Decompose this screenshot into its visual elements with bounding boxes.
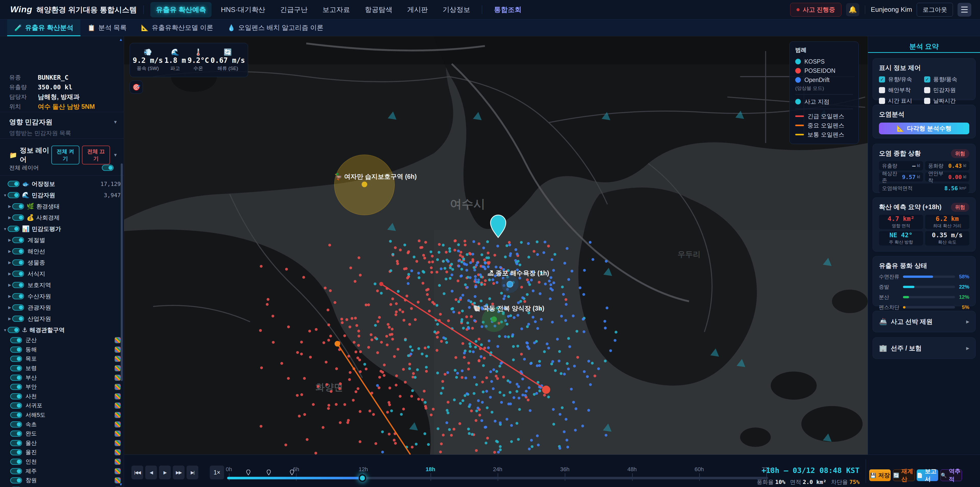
menu-button[interactable] bbox=[958, 3, 971, 17]
layer-toggle[interactable] bbox=[8, 181, 19, 187]
region-color-swatch[interactable] bbox=[115, 356, 121, 362]
layer-toggle[interactable] bbox=[12, 248, 24, 254]
region-color-swatch[interactable] bbox=[115, 375, 121, 381]
layer-toggle[interactable] bbox=[12, 304, 24, 311]
저장-button[interactable]: 💾저장 bbox=[869, 469, 891, 481]
logout-button[interactable]: 로그아웃 bbox=[917, 3, 953, 17]
region-toggle[interactable] bbox=[10, 375, 22, 381]
caret-right-icon[interactable]: ▶ bbox=[7, 305, 12, 310]
region-toggle[interactable] bbox=[10, 365, 22, 371]
caret-right-icon[interactable]: ▶ bbox=[7, 283, 12, 287]
caret-right-icon[interactable]: ▶ bbox=[7, 249, 12, 254]
skip-start-button[interactable]: |◀◀ bbox=[131, 466, 143, 479]
caret-down-icon[interactable]: ▼ bbox=[3, 328, 8, 332]
layer-toggle[interactable] bbox=[8, 327, 19, 333]
timeline-handle[interactable] bbox=[359, 474, 366, 482]
timeline-track[interactable] bbox=[227, 477, 768, 479]
region-color-swatch[interactable] bbox=[115, 337, 121, 343]
subtab-2[interactable]: 📋분석 목록 bbox=[80, 19, 134, 36]
all-layers-toggle[interactable] bbox=[102, 165, 114, 171]
region-color-swatch[interactable] bbox=[115, 449, 121, 455]
region-color-swatch[interactable] bbox=[115, 402, 121, 409]
caret-right-icon[interactable]: ▶ bbox=[7, 238, 12, 242]
all-layers-on-button[interactable]: 전체 켜기 bbox=[51, 145, 80, 164]
caret-right-icon[interactable]: ▶ bbox=[7, 271, 12, 276]
region-color-swatch[interactable] bbox=[115, 431, 121, 437]
nav-item-4[interactable]: 보고자료 bbox=[317, 2, 355, 18]
region-color-swatch[interactable] bbox=[115, 440, 121, 446]
nav-item-2[interactable]: HNS·대기확산 bbox=[215, 2, 271, 18]
region-toggle[interactable] bbox=[10, 449, 22, 455]
layer-toggle[interactable] bbox=[12, 282, 24, 288]
subtab-4[interactable]: 💧오일펜스 배치 알고리즘 이론 bbox=[221, 19, 331, 36]
region-toggle[interactable] bbox=[10, 440, 22, 446]
scroll-down-icon[interactable]: ▼ bbox=[119, 482, 123, 487]
nav-item-8[interactable]: 통합조회 bbox=[488, 2, 527, 18]
fold-card-선주 / 보험[interactable]: 🏢선주 / 보험▶ bbox=[873, 337, 976, 359]
region-toggle[interactable] bbox=[10, 356, 22, 362]
region-toggle[interactable] bbox=[10, 431, 22, 437]
checkbox-날짜시간[interactable]: 날짜시간 bbox=[924, 97, 969, 105]
caret-right-icon[interactable]: ▶ bbox=[7, 294, 12, 299]
caret-right-icon[interactable]: ▶ bbox=[7, 204, 12, 209]
playback-speed-button[interactable]: 1× bbox=[210, 466, 224, 479]
checkbox-해안부착[interactable]: 해안부착 bbox=[879, 86, 924, 94]
layer-toggle[interactable] bbox=[8, 226, 19, 232]
역추적-button[interactable]: 🔍역추적 bbox=[940, 469, 962, 481]
step-back-button[interactable]: ◀ bbox=[145, 466, 157, 479]
region-toggle[interactable] bbox=[10, 346, 22, 353]
region-color-swatch[interactable] bbox=[115, 412, 121, 418]
caret-right-icon[interactable]: ▶ bbox=[7, 260, 12, 265]
sidebar-scrollbar[interactable] bbox=[121, 163, 123, 381]
checkbox-민감자원[interactable]: 민감자원 bbox=[924, 86, 969, 94]
region-toggle[interactable] bbox=[10, 384, 22, 390]
notifications-button[interactable]: 🔔 bbox=[846, 3, 859, 16]
layer-toggle[interactable] bbox=[12, 214, 24, 220]
layer-toggle[interactable] bbox=[12, 259, 24, 266]
subtab-3[interactable]: 📐유출유확산모델 이론 bbox=[134, 19, 220, 36]
checkbox-유향/유속[interactable]: ✓유향/유속 bbox=[879, 76, 924, 83]
locate-incident-button[interactable]: 🎯 bbox=[130, 80, 143, 94]
region-color-swatch[interactable] bbox=[115, 365, 121, 371]
nav-item-3[interactable]: 긴급구난 bbox=[274, 2, 313, 18]
nav-item-7[interactable]: 기상정보 bbox=[437, 2, 476, 18]
fast-forward-button[interactable]: ▶▶ bbox=[173, 466, 185, 479]
보고서-button[interactable]: 📄보고서 bbox=[917, 469, 938, 481]
region-toggle[interactable] bbox=[10, 402, 22, 409]
checkbox-풍향/풍속[interactable]: ✓풍향/풍속 bbox=[924, 76, 969, 83]
region-color-swatch[interactable] bbox=[115, 346, 121, 353]
skip-end-button[interactable]: ▶| bbox=[186, 466, 198, 479]
map-canvas[interactable]: 여수시화양면우두리 🦆 여자만 습지보호구역 (6h) 🏖 종포 해수욕장 (1… bbox=[124, 36, 868, 455]
layer-toggle[interactable] bbox=[12, 203, 24, 209]
region-color-swatch[interactable] bbox=[115, 393, 121, 399]
region-color-swatch[interactable] bbox=[115, 422, 121, 428]
play-button[interactable]: ▶ bbox=[159, 466, 171, 479]
fold-card-사고 선박 제원[interactable]: 🚢사고 선박 제원▶ bbox=[873, 311, 976, 332]
region-toggle[interactable] bbox=[10, 393, 22, 399]
subtab-1[interactable]: 🧪유출유 확산분석 bbox=[7, 19, 80, 36]
caret-down-icon[interactable]: ▼ bbox=[3, 227, 8, 231]
layer-toggle[interactable] bbox=[12, 316, 24, 322]
region-toggle[interactable] bbox=[10, 422, 22, 428]
layer-toggle[interactable] bbox=[12, 293, 24, 299]
layer-toggle[interactable] bbox=[8, 192, 19, 198]
region-color-swatch[interactable] bbox=[115, 459, 121, 465]
all-layers-off-button[interactable]: 전체 끄기 bbox=[82, 145, 110, 164]
caret-right-icon[interactable]: ▶ bbox=[7, 215, 12, 220]
재계산-button[interactable]: 🔄재계산 bbox=[893, 469, 915, 481]
caret-down-icon[interactable]: ▼ bbox=[3, 193, 8, 197]
region-color-swatch[interactable] bbox=[115, 384, 121, 390]
scroll-up-icon[interactable]: ▲ bbox=[119, 37, 123, 42]
caret-right-icon[interactable]: ▶ bbox=[7, 316, 12, 321]
checkbox-시간 표시[interactable]: 시간 표시 bbox=[879, 97, 924, 105]
layer-toggle[interactable] bbox=[12, 237, 24, 243]
region-toggle[interactable] bbox=[10, 477, 22, 484]
region-toggle[interactable] bbox=[10, 459, 22, 465]
region-color-swatch[interactable] bbox=[115, 468, 121, 474]
polygon-analysis-button[interactable]: 📐 다각형 분석수행 bbox=[879, 123, 969, 134]
region-toggle[interactable] bbox=[10, 337, 22, 343]
nav-item-5[interactable]: 항공탐색 bbox=[359, 2, 398, 18]
nav-item-6[interactable]: 게시판 bbox=[401, 2, 433, 18]
layer-toggle[interactable] bbox=[12, 271, 24, 277]
region-toggle[interactable] bbox=[10, 468, 22, 474]
